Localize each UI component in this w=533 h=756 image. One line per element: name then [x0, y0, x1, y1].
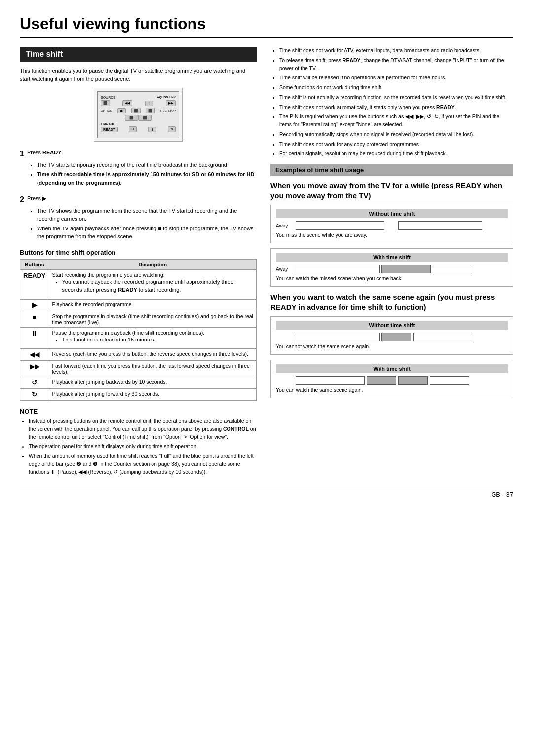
- examples-section: Examples of time shift usage When you mo…: [270, 164, 513, 398]
- ex2-with-box: With time shift You can watch the same s…: [270, 360, 513, 398]
- ex2-with-caption: You can watch the same scene again.: [276, 387, 508, 393]
- note-list: Instead of pressing buttons on the remot…: [29, 417, 257, 476]
- step2-bullet1: The TV shows the programme from the scen…: [37, 207, 257, 223]
- ex1-without-caption: You miss the scene while you are away.: [276, 232, 508, 238]
- button-cell: ▶: [20, 299, 49, 311]
- list-item: The PIN is required when you use the but…: [279, 113, 513, 129]
- page-title: Useful viewing functions: [20, 15, 513, 38]
- ex1-heading: When you move away from the TV for a whi…: [270, 180, 513, 201]
- time-shift-header: Time shift: [20, 47, 257, 62]
- button-cell: READY: [20, 269, 49, 299]
- list-item: You cannot playback the recorded program…: [62, 278, 253, 294]
- list-item: Instead of pressing buttons on the remot…: [29, 417, 257, 441]
- col-description: Description: [49, 259, 256, 269]
- ex1-with-box: With time shift Away You can watch the m…: [270, 248, 513, 287]
- ex2-with-header: With time shift: [276, 364, 508, 373]
- list-item: To release time shift, press READY, chan…: [279, 57, 513, 73]
- ex1-with-away-label: Away: [276, 266, 296, 272]
- ex2-with-bar-gray-1: [367, 376, 396, 385]
- buttons-table: Buttons Description READYStart recording…: [20, 259, 257, 401]
- note-title: NOTE: [20, 408, 257, 415]
- note-section: NOTE Instead of pressing buttons on the …: [20, 408, 257, 476]
- list-item: Time shift is not actually a recording f…: [279, 94, 513, 102]
- table-row: ■Stop the programme in playback (time sh…: [20, 311, 257, 327]
- list-item: Some functions do not work during time s…: [279, 84, 513, 92]
- button-cell: ↺: [20, 377, 49, 389]
- remote-image: SOURCEAQUOS LINK ⬛ ◀◀ ⏸ ▶▶ OPTION ⏺ ⬛ ⬛ …: [94, 88, 183, 142]
- ex2-with-bar-white-2: [430, 376, 469, 385]
- step2-label: Press ▶.: [27, 194, 257, 203]
- table-row: READYStart recording the programme you a…: [20, 269, 257, 299]
- description-cell: Start recording the programme you are wa…: [49, 269, 256, 299]
- description-cell: Playback after jumping backwards by 10 s…: [49, 377, 256, 389]
- list-item: This function is released in 15 minutes.: [62, 336, 253, 344]
- list-item: Time shift does not work for any copy pr…: [279, 141, 513, 149]
- list-item: Time shift does not work automatically, …: [279, 104, 513, 112]
- intro-text: This function enables you to pause the d…: [20, 67, 257, 83]
- ex2-with-bars: [296, 376, 508, 385]
- table-row: ↻Playback after jumping forward by 30 se…: [20, 389, 257, 401]
- step1-bold: Time shift recordable time is approximat…: [37, 170, 257, 187]
- button-cell: ■: [20, 311, 49, 327]
- ex2-bar-white-2: [413, 333, 472, 341]
- ex2-with-bar-white-1: [296, 376, 365, 385]
- ex2-without-box: Without time shift You cannot watch the …: [270, 316, 513, 355]
- description-cell: Playback the recorded programme.: [49, 299, 256, 311]
- list-item: When the amount of memory used for time …: [29, 453, 257, 476]
- examples-header: Examples of time shift usage: [270, 164, 513, 176]
- buttons-section-title: Buttons for time shift operation: [20, 249, 257, 256]
- list-item: Time shift will be released if no operat…: [279, 74, 513, 82]
- right-bullets: Time shift does not work for ATV, extern…: [279, 47, 513, 158]
- step1-number: 1: [20, 150, 24, 158]
- button-cell: ⏸: [20, 327, 49, 349]
- buttons-section: Buttons for time shift operation Buttons…: [20, 249, 257, 401]
- table-row: ↺Playback after jumping backwards by 10 …: [20, 377, 257, 389]
- table-row: ◀◀Reverse (each time you press this butt…: [20, 349, 257, 361]
- list-item: Recording automatically stops when no si…: [279, 131, 513, 139]
- ex1-without-away-label: Away: [276, 223, 296, 228]
- bar-white-1: [296, 221, 384, 230]
- description-cell: Pause the programme in playback (time sh…: [49, 327, 256, 349]
- step1-label: Press READY.: [27, 149, 257, 157]
- bar-white-2: [398, 221, 482, 230]
- table-row: ⏸Pause the programme in playback (time s…: [20, 327, 257, 349]
- bar-with-white-1: [296, 265, 380, 273]
- button-cell: ▶▶: [20, 361, 49, 377]
- list-item: For certain signals, resolution may be r…: [279, 150, 513, 158]
- button-cell: ◀◀: [20, 349, 49, 361]
- step2-bullet2: When the TV again playbacks after once p…: [37, 225, 257, 241]
- ex2-without-caption: You cannot watch the same scene again.: [276, 343, 508, 349]
- ex2-with-bar-gray-2: [398, 376, 428, 385]
- description-cell: Fast forward (each time you press this b…: [49, 361, 256, 377]
- description-cell: Playback after jumping forward by 30 sec…: [49, 389, 256, 401]
- table-row: ▶Playback the recorded programme.: [20, 299, 257, 311]
- step2-number: 2: [20, 195, 24, 204]
- list-item: Time shift does not work for ATV, extern…: [279, 47, 513, 55]
- ex2-bar-gray-1: [381, 333, 411, 341]
- bar-with-gray-1: [381, 265, 431, 273]
- description-cell: Stop the programme in playback (time shi…: [49, 311, 256, 327]
- ex1-without-bars: [296, 221, 508, 230]
- button-cell: ↻: [20, 389, 49, 401]
- ex1-with-caption: You can watch the missed scene when you …: [276, 275, 508, 281]
- step2-block: 2 Press ▶. The TV shows the programme fr…: [20, 194, 257, 244]
- ex2-heading: When you want to watch the same scene ag…: [270, 292, 513, 312]
- ex2-without-header: Without time shift: [276, 321, 508, 330]
- step1-bullet1: The TV starts temporary recording of the…: [37, 161, 257, 169]
- page-number: GB - 37: [20, 488, 513, 498]
- bar-with-white-2: [433, 265, 472, 273]
- table-row: ▶▶Fast forward (each time you press this…: [20, 361, 257, 377]
- ex2-bar-white-1: [296, 333, 380, 341]
- ex1-with-bars: [296, 265, 508, 273]
- ex1-with-header: With time shift: [276, 253, 508, 262]
- col-buttons: Buttons: [20, 259, 49, 269]
- ex1-without-box: Without time shift Away You miss the sce…: [270, 205, 513, 243]
- ex1-without-header: Without time shift: [276, 209, 508, 218]
- list-item: The operation panel for time shift displ…: [29, 443, 257, 451]
- ex2-without-bars: [296, 333, 508, 341]
- step1-block: 1 Press READY. The TV starts temporary r…: [20, 149, 257, 189]
- description-cell: Reverse (each time you press this button…: [49, 349, 256, 361]
